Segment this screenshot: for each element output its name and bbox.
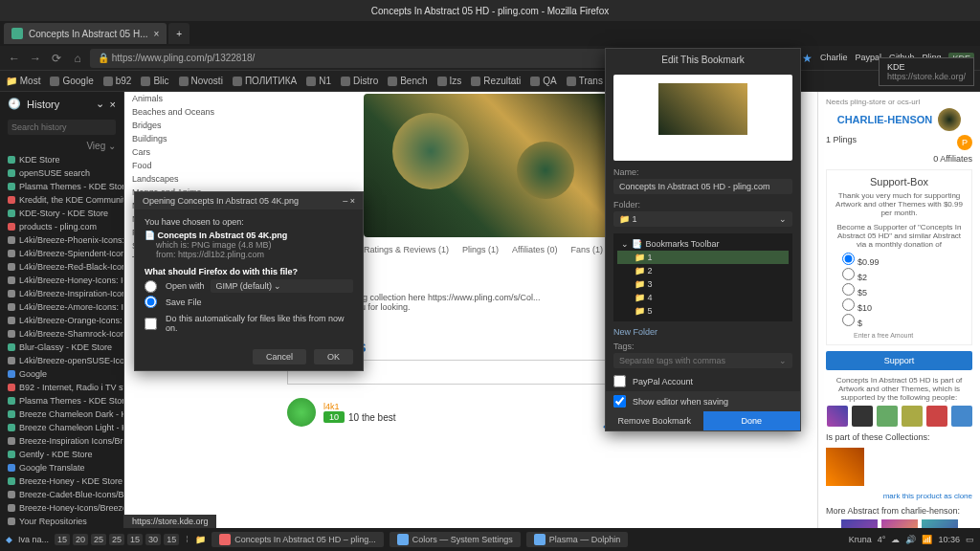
weather-icon[interactable]: ☁ bbox=[891, 535, 900, 544]
amount-radio[interactable] bbox=[842, 314, 855, 326]
app-launcher-icon[interactable]: ◆ bbox=[6, 535, 12, 544]
history-item[interactable]: Breeze-Honey-Icons/Breeze-H bbox=[0, 501, 123, 515]
history-item[interactable]: L4ki/Breeze-Orange-Icons: Ico bbox=[0, 314, 123, 327]
amount-radio[interactable] bbox=[842, 283, 855, 296]
bookmark-link[interactable]: Bench bbox=[388, 76, 427, 86]
history-item[interactable]: Gently - KDE Store bbox=[0, 448, 123, 461]
taskbar-task[interactable]: Concepts In Abstract 05 HD – pling... bbox=[212, 532, 384, 547]
paypal-checkbox[interactable] bbox=[613, 375, 626, 387]
bookmark-folder-select[interactable]: 📁 1 ⌄ bbox=[613, 211, 792, 227]
supporter-avatar[interactable] bbox=[902, 406, 923, 427]
category-link[interactable]: Landscapes bbox=[132, 172, 247, 186]
history-item[interactable]: openSUSE search bbox=[0, 166, 123, 180]
history-item[interactable]: KDE Store bbox=[0, 153, 123, 166]
amount-radio[interactable] bbox=[842, 298, 855, 311]
history-item[interactable]: Your Repositories bbox=[0, 515, 123, 528]
history-item[interactable]: Google bbox=[0, 367, 123, 381]
history-search-input[interactable] bbox=[8, 120, 116, 135]
cancel-button[interactable]: Cancel bbox=[253, 349, 306, 364]
close-icon[interactable]: × bbox=[110, 99, 116, 110]
remove-bookmark-button[interactable]: Remove Bookmark bbox=[606, 411, 703, 430]
history-item[interactable]: L4ki/Breeze-Honey-Icons: Icor bbox=[0, 274, 123, 287]
virtual-desktop[interactable]: 15 bbox=[164, 534, 179, 545]
open-with-radio[interactable] bbox=[145, 280, 157, 293]
support-button[interactable]: Support bbox=[826, 351, 972, 370]
pinned-tab[interactable]: Paypal bbox=[855, 53, 881, 64]
supporter-avatar[interactable] bbox=[877, 406, 898, 427]
tree-folder[interactable]: 📁 1 bbox=[617, 251, 789, 264]
pinned-tab[interactable]: Charlie bbox=[820, 53, 848, 64]
history-item[interactable]: Blur-Glassy - KDE Store bbox=[0, 341, 123, 354]
history-item[interactable]: Kreddit, the KDE Community o bbox=[0, 193, 123, 207]
author-link[interactable]: CHARLIE-HENSON bbox=[837, 114, 933, 125]
history-item[interactable]: Breeze-Honey - KDE Store bbox=[0, 474, 123, 488]
minimize-icon[interactable]: – bbox=[343, 196, 347, 206]
supporter-avatar[interactable] bbox=[951, 406, 972, 427]
supporter-avatar[interactable] bbox=[852, 406, 873, 427]
bookmark-folder[interactable]: 📁 Most bbox=[6, 76, 40, 86]
history-item[interactable]: Breeze Chameleon Light - KDE bbox=[0, 421, 123, 434]
history-item[interactable]: L4ki/Breeze-Phoenix-Icons: Ic bbox=[0, 233, 123, 247]
chevron-down-icon[interactable]: ⌄ bbox=[96, 98, 104, 110]
new-tab-button[interactable]: + bbox=[168, 23, 189, 44]
category-link[interactable]: Animals bbox=[132, 92, 247, 105]
history-item[interactable]: L4ki/Breeze-openSUSE-Icons: bbox=[0, 354, 123, 367]
history-item[interactable]: B92 - Internet, Radio i TV stani bbox=[0, 381, 123, 394]
bookmark-link[interactable]: Izs bbox=[437, 76, 462, 86]
bookmark-name-input[interactable]: Concepts In Abstract 05 HD - pling.com bbox=[613, 179, 792, 194]
category-link[interactable]: Cars bbox=[132, 145, 247, 159]
history-item[interactable]: KDE-Story - KDE Store bbox=[0, 207, 123, 220]
home-button[interactable]: ⌂ bbox=[69, 50, 86, 67]
taskbar-task[interactable]: Plasma — Dolphin bbox=[526, 532, 629, 547]
history-filter[interactable]: Vieg ⌄ bbox=[0, 139, 123, 153]
taskbar-task[interactable]: Colors — System Settings bbox=[390, 532, 521, 547]
history-item[interactable]: Plasma Themes - KDE Store bbox=[0, 394, 123, 408]
amount-radio[interactable] bbox=[842, 268, 855, 280]
history-item[interactable]: Breeze-Inspiration Icons/Bree bbox=[0, 434, 123, 448]
auto-checkbox[interactable] bbox=[145, 318, 157, 330]
category-link[interactable]: Beaches and Oceans bbox=[132, 105, 247, 119]
history-item[interactable]: Plasma Themes - KDE Store bbox=[0, 180, 123, 193]
bookmark-link[interactable]: Novosti bbox=[179, 76, 223, 86]
history-item[interactable]: products - pling.com bbox=[0, 220, 123, 233]
virtual-desktop[interactable]: 20 bbox=[73, 534, 88, 545]
ok-button[interactable]: OK bbox=[314, 349, 353, 364]
bookmark-link[interactable]: b92 bbox=[103, 76, 132, 86]
category-link[interactable]: Bridges bbox=[132, 119, 247, 132]
bookmark-link[interactable]: Trans bbox=[567, 76, 603, 86]
save-file-radio[interactable] bbox=[145, 296, 157, 308]
bookmark-link[interactable]: Rezultati bbox=[471, 76, 521, 86]
history-item[interactable]: L4ki/Breeze-Spiendent-Icons: bbox=[0, 247, 123, 260]
tree-folder[interactable]: 📁 2 bbox=[617, 264, 789, 277]
network-icon[interactable]: 📶 bbox=[922, 535, 932, 544]
show-desktop-icon[interactable]: ▭ bbox=[966, 535, 974, 544]
new-folder-link[interactable]: New Folder bbox=[606, 325, 800, 339]
tree-folder[interactable]: 📁 5 bbox=[617, 304, 789, 318]
close-icon[interactable]: × bbox=[154, 29, 160, 39]
product-tab[interactable]: Plings (1) bbox=[462, 245, 499, 254]
volume-icon[interactable]: 🔊 bbox=[905, 535, 916, 544]
history-item[interactable]: Breeze-Cadet-Blue-Icons/Bree bbox=[0, 488, 123, 501]
mark-clone-link[interactable]: mark this product as clone bbox=[826, 492, 972, 500]
supporter-avatar[interactable] bbox=[926, 406, 947, 427]
close-icon[interactable]: × bbox=[350, 196, 355, 206]
reload-button[interactable]: ⟳ bbox=[48, 50, 65, 67]
files-icon[interactable]: 📁 bbox=[195, 535, 206, 544]
collection-thumb[interactable] bbox=[826, 448, 864, 486]
history-item[interactable]: L4ki/Breeze-Inspiration-Icons bbox=[0, 287, 123, 300]
virtual-desktop[interactable]: 25 bbox=[109, 534, 124, 545]
virtual-desktop[interactable]: 30 bbox=[145, 534, 161, 545]
bookmark-link[interactable]: Blic bbox=[141, 76, 168, 86]
bookmark-star-icon[interactable]: ★ bbox=[799, 50, 816, 67]
product-tab[interactable]: Fans (1) bbox=[570, 245, 603, 254]
bookmark-link[interactable]: Distro bbox=[341, 76, 378, 86]
tree-root[interactable]: ⌄ 📑 Bookmarks Toolbar bbox=[617, 237, 789, 251]
chevron-down-icon[interactable]: ⌄ bbox=[779, 356, 787, 365]
amount-radio[interactable] bbox=[842, 253, 855, 265]
history-item[interactable]: L4ki/Breeze-Shamrock-Icons: bbox=[0, 327, 123, 341]
history-item[interactable]: Google Translate bbox=[0, 461, 123, 474]
show-editor-checkbox[interactable] bbox=[613, 395, 626, 408]
bookmark-tags-input[interactable]: Separate tags with commas⌄ bbox=[613, 353, 792, 368]
bookmark-link[interactable]: QA bbox=[530, 76, 556, 86]
product-tab[interactable]: Ratings & Reviews (1) bbox=[364, 245, 449, 254]
